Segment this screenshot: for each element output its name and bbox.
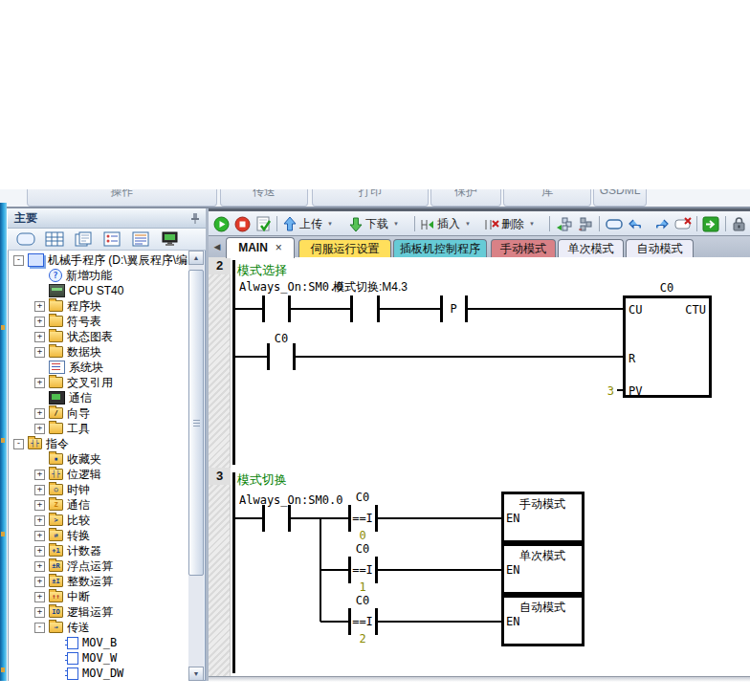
tab-scroll-left-button[interactable] (210, 240, 224, 254)
compile-button[interactable] (255, 214, 272, 233)
goto-button[interactable] (702, 214, 719, 233)
scroll-down-button[interactable] (188, 667, 204, 681)
tree-item-communication[interactable]: 通信 (9, 390, 92, 405)
insert-box-button[interactable] (605, 214, 624, 233)
run-button[interactable] (213, 214, 230, 233)
tree-item-data-block[interactable]: +数据块 (9, 344, 101, 360)
lock-button[interactable] (731, 214, 747, 233)
tree-item-convert[interactable]: +⇄转换 (9, 528, 90, 543)
close-tab-icon[interactable]: × (276, 241, 282, 254)
expand-toggle[interactable]: + (34, 424, 45, 434)
tree-item-cpu[interactable]: CPU ST40 (9, 283, 123, 298)
tree-item-wizard[interactable]: +/向导 (9, 405, 90, 421)
undo-button[interactable] (628, 214, 647, 233)
network-title[interactable]: 模式切换 (236, 472, 287, 487)
network-number[interactable]: 3 (209, 468, 231, 485)
tree-item-comm-instr[interactable]: +Z通信 (9, 497, 90, 513)
table-view-icon[interactable] (42, 231, 67, 248)
data-view-icon[interactable] (128, 231, 153, 248)
positive-edge-contact[interactable]: P (442, 295, 467, 322)
insert-button[interactable]: 插入 (420, 214, 471, 233)
tree-item-counter[interactable]: ++1计数器 (9, 543, 101, 558)
tab-manual-mode[interactable]: 手动模式 (491, 239, 556, 257)
tree-item-whats-new[interactable]: ?新增功能 (9, 268, 112, 283)
tree-item-bit-logic[interactable]: +┤├位逻辑 (9, 467, 101, 482)
tree-item-instructions[interactable]: -┤├指令 (9, 436, 69, 451)
stop-button[interactable] (234, 214, 251, 233)
tab-servo-settings[interactable]: 伺服运行设置 (298, 239, 391, 257)
delete-button[interactable]: 删除 (484, 214, 535, 233)
panel-header[interactable]: 主要 (8, 208, 206, 229)
tree-item-mov-w[interactable]: MOV_W (9, 650, 117, 666)
network-2[interactable]: 模式选择 Always_On:SM0.0 模式切换:M4.3 P C0 (234, 260, 711, 465)
expand-toggle[interactable]: + (34, 378, 45, 388)
network-number[interactable]: 2 (209, 257, 231, 274)
tree-item-system-block[interactable]: 系统块 (9, 360, 103, 375)
tab-auto-mode[interactable]: 自动模式 (626, 239, 694, 257)
expand-toggle[interactable]: + (34, 546, 45, 557)
tree-scrollbar[interactable] (188, 251, 204, 681)
tree-item-symbol-table[interactable]: +符号表 (9, 314, 101, 329)
compare-blocks-button[interactable] (555, 214, 573, 233)
tree-item-tools[interactable]: +工具 (9, 421, 90, 436)
counter-box[interactable]: C0 CU CTU R PV 3 (607, 281, 711, 398)
address-blocks-button[interactable] (577, 214, 595, 233)
contact[interactable] (352, 295, 379, 322)
expand-toggle[interactable]: - (13, 255, 24, 266)
tree-item-float-math[interactable]: +±R浮点运算 (9, 558, 113, 574)
expand-toggle[interactable]: + (34, 531, 45, 541)
expand-toggle[interactable]: + (34, 332, 45, 342)
tab-board-inserter[interactable]: 插板机控制程序 (393, 239, 487, 257)
tree-item-interrupt[interactable]: +↑↑中断 (9, 589, 90, 604)
contact[interactable]: C0 (269, 332, 295, 370)
expand-toggle[interactable]: + (34, 515, 45, 526)
tree-item-cross-reference[interactable]: +交叉引用 (9, 375, 113, 390)
contact[interactable] (264, 295, 290, 322)
tree-item-status-chart[interactable]: +状态图表 (9, 329, 113, 344)
status-view-icon[interactable] (99, 231, 124, 248)
contact-operand[interactable]: 模式切换:M4.3 (333, 280, 408, 294)
pin-icon[interactable] (190, 212, 200, 224)
scrollbar-thumb[interactable] (188, 270, 204, 576)
expand-toggle[interactable]: + (34, 561, 45, 572)
redo-button[interactable] (651, 214, 670, 233)
tree-item-program-block[interactable]: +程序块 (9, 298, 101, 314)
pou-view-icon[interactable] (71, 231, 96, 248)
scroll-up-button[interactable] (188, 251, 204, 265)
expand-toggle[interactable]: - (13, 439, 24, 449)
expand-toggle[interactable]: - (34, 623, 45, 633)
symbol-view-icon[interactable] (13, 231, 38, 248)
comm-view-icon[interactable] (157, 231, 182, 248)
tree-item-mov-dw[interactable]: MOV_DW (9, 666, 123, 681)
expand-toggle[interactable]: + (34, 408, 45, 419)
expand-toggle[interactable]: + (34, 607, 45, 618)
expand-toggle[interactable]: + (34, 577, 45, 587)
tree-item-mov-b[interactable]: MOV_B (9, 635, 117, 650)
tree-item-integer-math[interactable]: +±I整数运算 (9, 574, 113, 589)
upload-button[interactable]: 上传 (282, 214, 333, 233)
expand-toggle[interactable]: + (34, 485, 45, 495)
tab-main[interactable]: MAIN× (226, 237, 295, 258)
compare-branch[interactable]: C0 ==I 2 自动模式 EN (320, 594, 584, 645)
expand-toggle[interactable]: + (34, 500, 45, 511)
ladder-diagram[interactable]: 模式选择 Always_On:SM0.0 模式切换:M4.3 P C0 (231, 256, 750, 683)
expand-toggle[interactable]: + (34, 301, 45, 312)
expand-toggle[interactable]: + (34, 347, 45, 358)
contact[interactable] (264, 505, 290, 532)
expand-toggle[interactable]: + (34, 592, 45, 602)
delete-box-button[interactable] (673, 214, 693, 233)
tree-item-move[interactable]: -→传送 (9, 620, 90, 635)
expand-toggle[interactable]: + (34, 317, 45, 327)
tree-item-project[interactable]: -机械手程序 (D:\翼辰程序\编 (9, 252, 188, 268)
download-button[interactable]: 下载 (348, 214, 399, 233)
tree-item-favorites[interactable]: ▪收藏夹 (9, 451, 101, 467)
tab-single-mode[interactable]: 单次模式 (558, 239, 624, 257)
tree-item-logic-operations[interactable]: +IO逻辑运算 (9, 604, 113, 620)
tree-item-compare[interactable]: +>比较 (9, 513, 90, 528)
compare-branch[interactable]: C0 ==I 0 手动模式 EN (320, 491, 584, 542)
contact-operand[interactable]: Always_On:SM0.0 (239, 493, 342, 507)
network-title[interactable]: 模式选择 (236, 263, 287, 277)
expand-toggle[interactable]: + (34, 470, 45, 480)
compare-branch[interactable]: C0 ==I 1 单次模式 EN (320, 542, 584, 594)
tree-item-clock[interactable]: +○时钟 (9, 482, 90, 497)
